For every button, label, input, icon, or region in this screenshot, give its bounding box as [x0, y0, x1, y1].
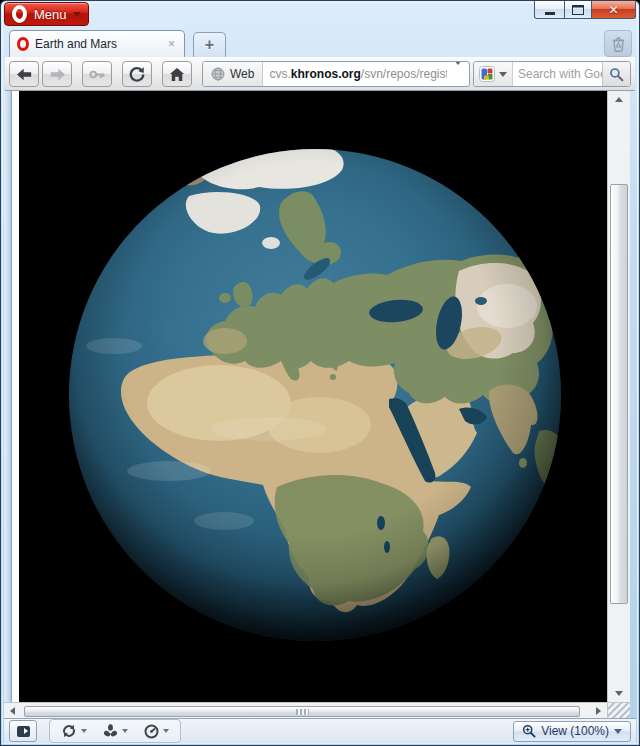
url-domain: khronos.org	[291, 67, 361, 81]
horizontal-scrollbar-thumb[interactable]	[24, 706, 580, 717]
opera-logo-icon	[12, 5, 27, 23]
closed-tabs-button[interactable]	[604, 30, 632, 57]
opera-o-icon	[17, 37, 29, 51]
home-icon	[169, 67, 185, 82]
chevron-down-icon	[499, 72, 507, 77]
magnifier-icon	[609, 67, 624, 82]
speed-gauge-icon	[144, 724, 159, 739]
view-zoom-label: View (100%)	[541, 724, 609, 738]
panels-toggle-button[interactable]	[9, 720, 37, 742]
chevron-down-icon	[73, 12, 81, 17]
back-button[interactable]	[9, 61, 39, 87]
zoom-in-icon	[522, 724, 536, 738]
web-page	[12, 91, 607, 702]
earth-webgl-canvas[interactable]	[19, 91, 607, 702]
browser-window: Menu ✕ Earth and Mars × +	[0, 0, 640, 746]
sync-arrows-icon	[61, 724, 77, 738]
chevron-down-icon	[614, 729, 622, 734]
address-dropdown-button[interactable]	[447, 65, 469, 83]
url-path: /svn/repos/registry/tru	[361, 67, 447, 81]
chevron-down-icon	[81, 729, 87, 733]
tab-bar: Earth and Mars × +	[5, 29, 635, 57]
vertical-scrollbar[interactable]	[607, 91, 630, 702]
scroll-up-button[interactable]	[608, 91, 630, 108]
horizontal-scrollbar[interactable]	[4, 702, 607, 718]
page-viewport	[4, 91, 630, 718]
vertical-scrollbar-thumb[interactable]	[610, 184, 628, 604]
status-bar: View (100%)	[4, 718, 636, 743]
opera-link-sync-button[interactable]	[61, 724, 87, 738]
menu-button-label: Menu	[34, 7, 73, 22]
navigation-toolbar: Web cvs.khronos.org/svn/repos/registry/t…	[5, 57, 635, 91]
view-zoom-button[interactable]: View (100%)	[513, 721, 631, 742]
search-submit-button[interactable]	[602, 62, 630, 86]
tab-earth-and-mars[interactable]: Earth and Mars ×	[9, 30, 185, 57]
plus-icon: +	[205, 36, 214, 54]
search-engine-selector[interactable]	[474, 62, 513, 86]
home-button[interactable]	[162, 61, 192, 87]
address-bar[interactable]: Web cvs.khronos.org/svn/repos/registry/t…	[202, 61, 470, 87]
forward-button[interactable]	[42, 61, 72, 87]
recycle-bin-icon	[611, 36, 626, 52]
panels-splitter[interactable]	[4, 91, 12, 702]
panels-icon	[17, 726, 30, 737]
tab-title: Earth and Mars	[35, 37, 166, 51]
url-text[interactable]: cvs.khronos.org/svn/repos/registry/tru	[263, 67, 447, 81]
arrow-right-icon	[49, 67, 66, 82]
scrollbar-grip	[296, 709, 309, 715]
opera-menu-button[interactable]: Menu	[4, 2, 89, 26]
opera-turbo-button[interactable]	[144, 724, 169, 739]
arrow-up-icon	[615, 97, 623, 102]
tab-close-icon[interactable]: ×	[166, 37, 177, 51]
site-security-badge[interactable]: Web	[203, 62, 263, 86]
fan-icon	[103, 724, 118, 739]
maximize-button[interactable]	[564, 1, 592, 19]
resize-grip[interactable]	[607, 702, 630, 718]
scroll-down-button[interactable]	[608, 685, 630, 702]
titlebar[interactable]: Menu ✕	[1, 1, 639, 29]
close-window-button[interactable]: ✕	[591, 1, 636, 19]
scroll-left-button[interactable]	[4, 703, 21, 718]
arrow-left-icon	[10, 707, 15, 715]
new-tab-button[interactable]: +	[193, 32, 226, 57]
maximize-icon	[572, 5, 584, 15]
url-prefix: cvs.	[269, 67, 290, 81]
badge-label: Web	[230, 67, 254, 81]
search-input[interactable]: Search with Goo	[513, 67, 602, 81]
chevron-down-icon	[122, 729, 128, 733]
chevron-down-icon	[454, 61, 462, 82]
scroll-right-button[interactable]	[590, 703, 607, 718]
password-wand-button[interactable]	[82, 61, 112, 87]
window-controls: ✕	[534, 1, 636, 20]
minimize-icon	[545, 12, 555, 15]
close-icon: ✕	[608, 3, 618, 17]
chevron-down-icon	[163, 729, 169, 733]
arrow-right-icon	[596, 707, 601, 715]
reload-button[interactable]	[122, 61, 152, 87]
key-icon	[89, 68, 106, 81]
status-tools-group	[49, 719, 181, 743]
google-icon	[479, 66, 495, 82]
search-field[interactable]: Search with Goo	[473, 61, 631, 87]
earth-globe-illustration	[19, 91, 607, 702]
arrow-down-icon	[615, 691, 623, 696]
globe-icon	[211, 67, 225, 81]
minimize-button[interactable]	[534, 1, 565, 19]
opera-unite-button[interactable]	[103, 724, 128, 739]
arrow-left-icon	[16, 67, 33, 82]
reload-icon	[129, 66, 145, 82]
